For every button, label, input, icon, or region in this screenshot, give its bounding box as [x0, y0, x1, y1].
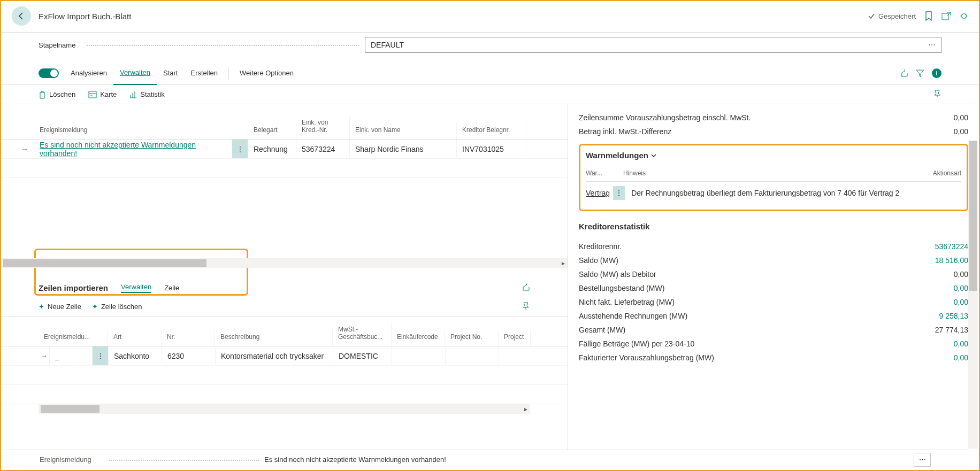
tab-start[interactable]: Start [157, 61, 184, 85]
vendstat-row[interactable]: Fällige Beträge (MW) per 23-04-100,00 [579, 337, 968, 351]
row-menu[interactable]: ⋮ [232, 140, 248, 158]
chevron-down-icon [650, 152, 657, 159]
vendstat-row[interactable]: Saldo (MW)18 516,00 [579, 253, 968, 267]
lines-share-icon[interactable] [522, 283, 530, 293]
lines-pin-icon[interactable] [522, 302, 530, 312]
collapse-icon[interactable] [960, 12, 968, 20]
horizontal-scrollbar[interactable]: ◄ ► [1, 258, 568, 268]
col2-event[interactable]: Ereignismeldu... [39, 330, 108, 346]
tab-manage[interactable]: Verwalten [113, 61, 157, 85]
tab-create[interactable]: Erstellen [185, 61, 225, 85]
event-link[interactable]: Es sind noch nicht akzeptierte Warnmeldu… [40, 141, 226, 158]
lines-horizontal-scrollbar[interactable]: ◄ ► [39, 404, 530, 414]
col2-projno[interactable]: Project No. [445, 330, 499, 346]
info-icon[interactable]: i [932, 68, 941, 78]
vertical-scrollbar[interactable] [968, 140, 978, 449]
new-line-icon: ✦ [39, 303, 44, 311]
chart-icon [129, 91, 137, 98]
col2-no[interactable]: Nr. [162, 330, 215, 346]
back-button[interactable] [12, 6, 31, 26]
batch-input[interactable]: DEFAULT ⋯ [365, 37, 941, 53]
vendstat-row: Saldo (MW) als Debitor0,00 [579, 267, 968, 281]
pin-icon[interactable] [933, 89, 941, 99]
tab-more-options[interactable]: Weitere Optionen [233, 61, 300, 85]
trash-icon [39, 90, 46, 99]
arrow-left-icon [17, 12, 26, 20]
vendstat-row: Gesamt (MW)27 774,13 [579, 323, 968, 337]
svg-rect-0 [942, 13, 948, 20]
summary-vatdiff: Betrag inkl. MwSt.-Differenz 0,00 [579, 125, 968, 138]
warning-type-link[interactable]: Vertrag [586, 189, 610, 197]
delete-line-button[interactable]: ✦ Zeile löschen [92, 302, 142, 312]
filter-icon[interactable] [916, 69, 924, 78]
vendstats-title: Kreditorenstatistik [579, 222, 968, 231]
grid-row[interactable]: → Es sind noch nicht akzeptierte Warnmel… [1, 140, 568, 159]
highlight-event-col [34, 249, 248, 296]
share-icon[interactable] [900, 69, 908, 78]
col-doctype[interactable]: Belegart [248, 123, 296, 139]
popout-icon[interactable] [941, 12, 951, 20]
vendstat-row[interactable]: Fakturierter Vorauszahlungsbetrag (MW)0,… [579, 351, 968, 365]
analyze-toggle[interactable] [39, 68, 59, 78]
warning-row-menu[interactable]: ⋮ [613, 186, 625, 200]
col2-type[interactable]: Art [108, 330, 162, 346]
vendstat-row[interactable]: Kreditorennr.53673224 [579, 240, 968, 253]
line-row[interactable]: → _ ⋮ Sachkonto 6230 Kontorsmaterial och… [1, 346, 568, 366]
batch-label: Stapelname [39, 41, 365, 49]
delete-button[interactable]: Löschen [39, 90, 75, 99]
col2-proj[interactable]: Project [499, 330, 531, 346]
col-event[interactable]: Ereignismeldung [34, 123, 248, 139]
new-line-button[interactable]: ✦ Neue Zeile [39, 302, 81, 312]
warning-row[interactable]: Vertrag ⋮ Der Rechnungsbetrag überliegt … [586, 182, 961, 204]
col2-vat[interactable]: MwSt.-Geschäftsbuc... [333, 322, 392, 346]
lookup-icon[interactable]: ⋯ [928, 41, 936, 49]
card-button[interactable]: Karte [88, 90, 117, 98]
tab-analyze[interactable]: Analysieren [64, 61, 113, 85]
line-row-menu[interactable]: ⋮ [93, 346, 109, 365]
statistics-button[interactable]: Statistik [129, 90, 165, 98]
col2-desc[interactable]: Beschreibung [215, 330, 333, 346]
footer-value: Es sind noch nicht akzeptierte Warnmeldu… [264, 455, 446, 464]
row-indicator: → [1, 140, 34, 158]
warnings-section: Warnmeldungen War... Hinweis Aktionsart … [579, 144, 968, 211]
card-icon [88, 91, 97, 98]
svg-rect-1 [89, 91, 96, 98]
footer-more-button[interactable]: ⋯ [914, 453, 931, 467]
saved-indicator: Gespeichert [868, 12, 916, 20]
footer-label: Ereignismeldung [40, 455, 264, 464]
delete-line-icon: ✦ [92, 303, 98, 311]
warnings-title[interactable]: Warnmeldungen [586, 151, 961, 160]
vendstat-row[interactable]: Bestellungsbestand (MW)0,00 [579, 281, 968, 295]
check-icon [868, 12, 875, 20]
col-vendref[interactable]: Kreditor Belegnr. [457, 123, 526, 139]
line-row-indicator: → [39, 346, 50, 365]
bookmark-icon[interactable] [924, 11, 933, 21]
summary-prepay: Zeilensumme Vorauszahlungsbetrag einschl… [579, 111, 968, 125]
col-vendname[interactable]: Eink. von Name [350, 123, 457, 139]
vendstat-row[interactable]: Nicht fakt. Lieferbetrag (MW)0,00 [579, 295, 968, 309]
col2-purchaser[interactable]: Einkäufercode [392, 330, 445, 346]
col-vendno[interactable]: Eink. von Kred.-Nr. [296, 115, 350, 139]
vendstat-row[interactable]: Ausstehende Rechnungen (MW)9 258,13 [579, 309, 968, 323]
page-title: ExFlow Import Buch.-Blatt [39, 12, 868, 21]
